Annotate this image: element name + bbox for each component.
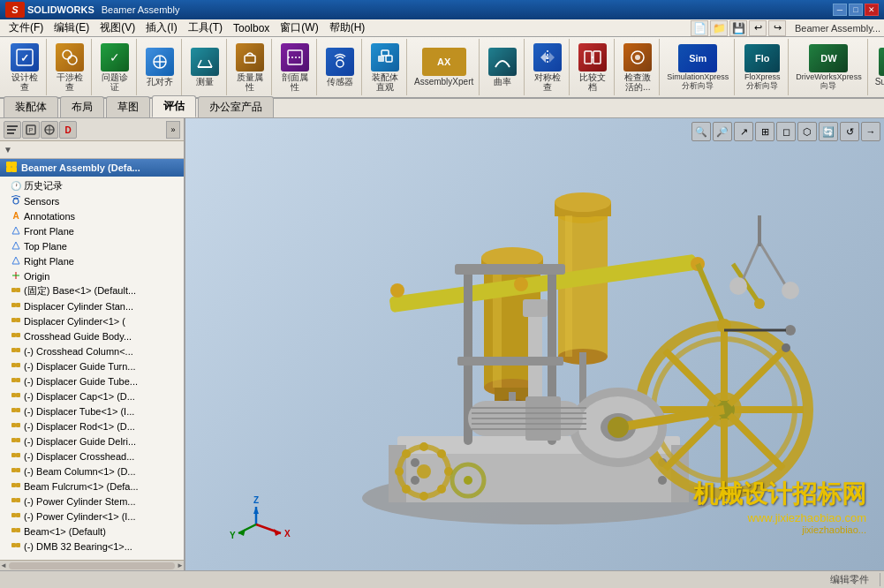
- interference-check-button[interactable]: 干涉检查: [52, 41, 87, 94]
- vp-fit-all-btn[interactable]: ↗: [734, 122, 753, 141]
- panel-btn-dimxpert[interactable]: D: [59, 121, 77, 139]
- feature-tree-panel: P D » ▼ Beamer Assembly (Defa...: [0, 118, 185, 570]
- quick-access-open[interactable]: 📁: [710, 20, 728, 36]
- tree-item-displacer-cyl[interactable]: Displacer Cylinder<1> (: [0, 313, 184, 328]
- quick-access-save[interactable]: 💾: [729, 20, 747, 36]
- curvature-button[interactable]: 曲率: [485, 46, 520, 88]
- tree-item-annotations[interactable]: A Annotations: [0, 208, 184, 223]
- vp-section-view-btn[interactable]: →: [861, 122, 880, 141]
- status-bar: 编辑零件: [0, 570, 884, 588]
- vp-zoom-in-btn[interactable]: 🔍: [691, 122, 711, 141]
- tree-item-top-plane[interactable]: Top Plane: [0, 238, 184, 253]
- measure-button[interactable]: 测量: [187, 46, 223, 88]
- tab-layout[interactable]: 布局: [60, 96, 104, 117]
- panel-btn-featuremgr[interactable]: [4, 121, 21, 139]
- tree-item-beam-fulcrum[interactable]: Beam Fulcrum<1> (Defa...: [0, 479, 184, 494]
- panel-expand-btn[interactable]: »: [166, 121, 180, 139]
- vp-view-select-btn[interactable]: ⊞: [755, 122, 774, 141]
- diagnose-button[interactable]: ✓ 问题诊证: [97, 41, 132, 94]
- svg-point-104: [417, 464, 431, 479]
- panel-btn-configmgr[interactable]: [41, 121, 58, 139]
- assembly-visual-button[interactable]: 装配体直观: [367, 41, 403, 94]
- tree-item-dmb-bearing[interactable]: (-) DMB 32 Bearing<1>...: [0, 539, 184, 554]
- tree-item-beam[interactable]: Beam<1> (Default): [0, 524, 184, 539]
- component-icon-base: [11, 285, 21, 298]
- flo-xpress-button[interactable]: Flo FloXpress分析向导: [740, 42, 784, 93]
- symmetry-check-button[interactable]: 对称检查: [530, 41, 565, 94]
- svg-rect-55: [16, 348, 20, 352]
- tree-item-beam-column[interactable]: (-) Beam Column<1> (D...: [0, 464, 184, 479]
- tree-item-front-plane[interactable]: Front Plane: [0, 223, 184, 238]
- tree-item-sensors[interactable]: Sensors: [0, 193, 184, 208]
- status-edit-btn[interactable]: 编辑零件: [827, 573, 873, 586]
- vp-undo-btn[interactable]: ↺: [840, 122, 859, 141]
- tree-item-displacer-guide-delri[interactable]: (-) Displacer Guide Delri...: [0, 433, 184, 449]
- tree-item-beam-label: Beam<1> (Default): [24, 526, 106, 537]
- tree-item-displacer-stand[interactable]: Displacer Cylinder Stan...: [0, 298, 184, 313]
- design-check-button[interactable]: ✓ 设计检 查: [7, 41, 42, 94]
- watermark-line1: 机械设计招标网: [693, 478, 866, 511]
- menu-item-toolbox[interactable]: Toolbox: [228, 20, 275, 36]
- menu-item-insert[interactable]: 插入(I): [140, 19, 182, 37]
- component-icon-cap: [11, 390, 21, 403]
- tree-item-crosshead-guide[interactable]: Crosshead Guide Body...: [0, 328, 184, 343]
- check-active-button[interactable]: 检查激活的...: [620, 41, 655, 94]
- tree-item-crosshead-col[interactable]: (-) Crosshead Column<...: [0, 343, 184, 358]
- tree-item-history[interactable]: 🕐 历史记录: [0, 178, 184, 193]
- tree-item-origin[interactable]: Origin: [0, 268, 184, 283]
- panel-btn-propertymgr[interactable]: P: [22, 121, 40, 139]
- tree-scrollbar-h[interactable]: ◄ ►: [0, 560, 184, 570]
- close-button[interactable]: ✕: [865, 4, 879, 16]
- tab-office-products[interactable]: 办公室产品: [198, 96, 274, 117]
- minimize-button[interactable]: ─: [833, 4, 847, 16]
- tab-sketch[interactable]: 草图: [106, 96, 150, 117]
- component-icon-rod: [11, 420, 21, 433]
- svg-rect-59: [16, 378, 20, 382]
- vp-rotate-btn[interactable]: 🔄: [819, 122, 838, 141]
- tree-item-displacer-tube[interactable]: (-) Displacer Tube<1> (I...: [0, 403, 184, 418]
- svg-rect-73: [16, 483, 20, 487]
- tree-item-displacer-guide-tube[interactable]: (-) Displacer Guide Tube...: [0, 373, 184, 388]
- tree-item-power-cyl[interactable]: (-) Power Cylinder<1> (I...: [0, 509, 184, 524]
- component-icon-guide-tube: [11, 375, 21, 388]
- mass-props-button[interactable]: 质量属性: [232, 41, 268, 94]
- vp-display-style-btn[interactable]: ◻: [776, 122, 796, 141]
- menu-item-tools[interactable]: 工具(T): [183, 19, 228, 37]
- maximize-button[interactable]: □: [849, 4, 863, 16]
- component-icon-guide-turn: [11, 360, 21, 373]
- menu-item-edit[interactable]: 编辑(E): [49, 19, 94, 37]
- panel-toolbar: P D »: [0, 118, 184, 141]
- sustain-button[interactable]: Sustain...: [873, 46, 884, 88]
- tree-item-power-cyl-stem[interactable]: (-) Power Cylinder Stem...: [0, 494, 184, 509]
- driveworks-xpress-button[interactable]: DW DriveWorksXpress向导: [794, 42, 863, 93]
- tree-item-power-cyl-stem-label: (-) Power Cylinder Stem...: [24, 496, 136, 507]
- quick-access-undo[interactable]: ↩: [749, 20, 767, 36]
- tree-item-crosshead-guide-label: Crosshead Guide Body...: [24, 331, 132, 342]
- vp-view-3d-btn[interactable]: ⬡: [797, 122, 817, 141]
- vp-zoom-out-btn[interactable]: 🔎: [713, 122, 732, 141]
- menu-item-view[interactable]: 视图(V): [94, 19, 140, 37]
- tree-item-displacer-cap[interactable]: (-) Displacer Cap<1> (D...: [0, 388, 184, 403]
- tab-assembly[interactable]: 装配体: [4, 96, 58, 117]
- simulation-xpress-button[interactable]: Sim SimulationXpress分析向导: [665, 42, 730, 93]
- tree-item-displacer-guide-turn[interactable]: (-) Displacer Guide Turn...: [0, 358, 184, 373]
- svg-rect-17: [378, 56, 384, 62]
- svg-rect-78: [11, 528, 16, 532]
- tree-item-right-plane[interactable]: Right Plane: [0, 253, 184, 268]
- tree-item-displacer-rod[interactable]: (-) Displacer Rod<1> (D...: [0, 418, 184, 433]
- quick-access-new[interactable]: 📄: [691, 20, 708, 36]
- tree-item-base[interactable]: (固定) Base<1> (Default...: [0, 283, 184, 298]
- svg-rect-65: [16, 423, 20, 427]
- menu-item-help[interactable]: 帮助(H): [324, 19, 371, 37]
- section-props-button[interactable]: 剖面属性: [277, 41, 313, 94]
- tab-evaluate[interactable]: 评估: [152, 95, 196, 117]
- menu-item-window[interactable]: 窗口(W): [275, 19, 323, 37]
- assembly-xpert-button[interactable]: AX AssemblyXpert: [412, 46, 475, 88]
- tree-item-displacer-crosshead[interactable]: (-) Displacer Crosshead...: [0, 449, 184, 464]
- menu-item-file[interactable]: 文件(F): [4, 19, 49, 37]
- svg-rect-66: [11, 438, 16, 442]
- quick-access-redo[interactable]: ↪: [768, 20, 786, 36]
- hole-align-button[interactable]: 孔对齐: [142, 46, 178, 88]
- compare-button[interactable]: 比较文档: [575, 41, 610, 94]
- sensors-button[interactable]: 传感器: [322, 46, 358, 88]
